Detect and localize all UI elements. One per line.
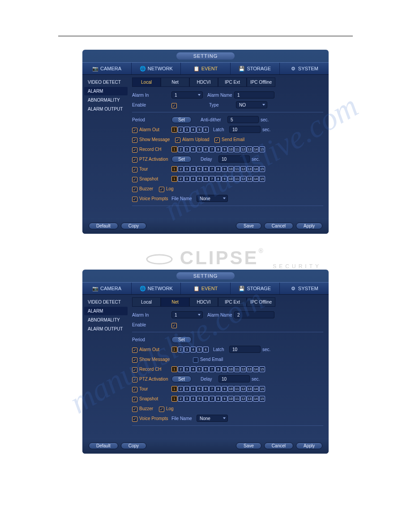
period-set-button-2[interactable]: Set bbox=[171, 336, 192, 343]
topnav-system-2[interactable]: ⚙SYSTEM bbox=[280, 283, 329, 294]
window-title: SETTING bbox=[176, 52, 235, 60]
subtab-net[interactable]: Net bbox=[161, 77, 189, 87]
buzzer-checkbox[interactable] bbox=[132, 187, 137, 192]
type-select[interactable]: NO bbox=[236, 101, 267, 108]
alarm-out-channels[interactable]: 123456 bbox=[171, 127, 209, 133]
send-email-checkbox[interactable] bbox=[214, 137, 220, 143]
default-button-2[interactable]: Default bbox=[89, 442, 118, 449]
delay-input[interactable]: 10 bbox=[218, 155, 250, 163]
tour-checkbox-2[interactable] bbox=[132, 387, 137, 392]
sidebar-abnormality-2[interactable]: ABNORMALITY bbox=[84, 316, 128, 324]
record-channels-2[interactable]: 123456789101112131415 bbox=[171, 366, 265, 372]
anti-dither-input[interactable]: 5 bbox=[227, 116, 259, 123]
topnav-camera[interactable]: 📷CAMERA bbox=[82, 63, 132, 74]
save-button[interactable]: Save bbox=[236, 223, 261, 229]
snapshot-channels[interactable]: 123456789101112131415 bbox=[171, 176, 265, 182]
subtab-ipc-offline[interactable]: IPC Offline bbox=[247, 77, 275, 87]
app-window-2: SETTING 📷CAMERA 🌐NETWORK 📋EVENT 💾STORAGE… bbox=[82, 270, 329, 454]
ptz-set-button-2[interactable]: Set bbox=[171, 376, 192, 382]
top-nav: 📷CAMERA 🌐NETWORK 📋EVENT 💾STORAGE ⚙SYSTEM bbox=[82, 62, 329, 75]
sidebar-video-detect-2[interactable]: VIDEO DETECT bbox=[84, 298, 128, 306]
topnav-storage[interactable]: 💾STORAGE bbox=[231, 63, 280, 74]
apply-button[interactable]: Apply bbox=[296, 223, 322, 229]
sidebar-video-detect[interactable]: VIDEO DETECT bbox=[84, 78, 128, 86]
footer-buttons: Default Copy Save Cancel Apply bbox=[82, 218, 329, 234]
alarm-name-input[interactable]: 1 bbox=[234, 91, 274, 99]
enable-checkbox[interactable] bbox=[171, 103, 177, 108]
topnav-event-2[interactable]: 📋EVENT bbox=[181, 283, 230, 294]
record-ch-checkbox[interactable] bbox=[132, 147, 137, 153]
sec-label-5: sec. bbox=[252, 377, 260, 382]
buzzer-label-2: Buzzer bbox=[139, 406, 159, 411]
period-label: Period bbox=[132, 117, 171, 122]
save-button-2[interactable]: Save bbox=[236, 442, 261, 449]
subtab-ipc-offline-2[interactable]: IPC Offline bbox=[247, 297, 275, 307]
alarm-upload-label: Alarm Upload bbox=[182, 137, 214, 142]
ptz-set-button[interactable]: Set bbox=[171, 156, 192, 163]
enable-checkbox-2[interactable] bbox=[171, 323, 177, 328]
alarm-name-input-2[interactable]: 2 bbox=[234, 311, 274, 318]
period-set-button[interactable]: Set bbox=[171, 116, 192, 123]
alarm-in-select[interactable]: 1 bbox=[171, 91, 203, 99]
subtab-local[interactable]: Local bbox=[132, 77, 161, 87]
show-message-label: Show Message bbox=[139, 137, 175, 142]
sidebar-alarm-2[interactable]: ALARM bbox=[84, 307, 128, 315]
tour-checkbox[interactable] bbox=[132, 167, 137, 172]
alarm-out-checkbox[interactable] bbox=[132, 128, 137, 133]
delay-label: Delay bbox=[201, 157, 218, 162]
alarm-in-select-2[interactable]: 1 bbox=[171, 311, 203, 318]
copy-button[interactable]: Copy bbox=[121, 223, 146, 229]
snapshot-checkbox[interactable] bbox=[132, 177, 137, 182]
send-email-checkbox-2[interactable] bbox=[193, 357, 198, 363]
topnav-event[interactable]: 📋EVENT bbox=[181, 63, 230, 74]
cancel-button-2[interactable]: Cancel bbox=[264, 442, 293, 449]
tour-channels-2[interactable]: 123456789101112131415 bbox=[171, 386, 265, 392]
cancel-button[interactable]: Cancel bbox=[264, 223, 293, 229]
alarm-out-channels-2[interactable]: 123456 bbox=[171, 347, 209, 352]
ptz-activation-checkbox[interactable] bbox=[132, 157, 137, 163]
subtab-net-2[interactable]: Net bbox=[161, 297, 189, 307]
ptz-activation-checkbox-2[interactable] bbox=[132, 377, 137, 382]
log-checkbox[interactable] bbox=[159, 187, 164, 192]
subtab-hdcvi[interactable]: HDCVI bbox=[189, 77, 218, 87]
sidebar-alarm[interactable]: ALARM bbox=[84, 87, 128, 95]
record-channels[interactable]: 123456789101112131415 bbox=[171, 146, 265, 152]
sidebar-abnormality[interactable]: ABNORMALITY bbox=[84, 96, 128, 104]
voice-prompts-checkbox-2[interactable] bbox=[132, 416, 137, 422]
subtabs: Local Net HDCVI IPC Ext IPC Offline bbox=[132, 77, 323, 87]
snapshot-channels-2[interactable]: 123456789101112131415 bbox=[171, 396, 265, 402]
topnav-network-2[interactable]: 🌐NETWORK bbox=[132, 283, 181, 294]
show-message-checkbox-2[interactable] bbox=[132, 357, 137, 363]
voice-prompts-label-2: Voice Prompts bbox=[139, 416, 171, 421]
delay-input-2[interactable]: 10 bbox=[218, 375, 250, 382]
copy-button-2[interactable]: Copy bbox=[121, 442, 146, 449]
log-checkbox-2[interactable] bbox=[159, 407, 164, 412]
network-icon: 🌐 bbox=[140, 286, 146, 291]
snapshot-checkbox-2[interactable] bbox=[132, 397, 137, 402]
subtab-ipc-ext-2[interactable]: IPC Ext bbox=[218, 297, 247, 307]
latch-input-2[interactable]: 10 bbox=[229, 346, 261, 353]
subtab-hdcvi-2[interactable]: HDCVI bbox=[189, 297, 218, 307]
alarm-out-checkbox-2[interactable] bbox=[132, 348, 137, 353]
topnav-storage-2[interactable]: 💾STORAGE bbox=[231, 283, 280, 294]
topnav-system[interactable]: ⚙SYSTEM bbox=[280, 63, 329, 74]
file-name-select[interactable]: None bbox=[197, 195, 228, 202]
subtab-local-2[interactable]: Local bbox=[132, 297, 161, 307]
subtabs-2: Local Net HDCVI IPC Ext IPC Offline bbox=[132, 297, 323, 307]
latch-input[interactable]: 10 bbox=[229, 126, 261, 133]
sidebar-alarm-output[interactable]: ALARM OUTPUT bbox=[84, 105, 128, 113]
sidebar-alarm-output-2[interactable]: ALARM OUTPUT bbox=[84, 325, 128, 333]
default-button[interactable]: Default bbox=[89, 223, 118, 229]
apply-button-2[interactable]: Apply bbox=[296, 442, 322, 449]
voice-prompts-checkbox[interactable] bbox=[132, 197, 137, 202]
tour-channels[interactable]: 123456789101112131415 bbox=[171, 166, 265, 172]
file-name-select-2[interactable]: None bbox=[197, 415, 228, 422]
show-message-checkbox[interactable] bbox=[132, 137, 137, 143]
subtab-ipc-ext[interactable]: IPC Ext bbox=[218, 77, 247, 87]
topnav-camera-2[interactable]: 📷CAMERA bbox=[82, 283, 132, 294]
record-ch-checkbox-2[interactable] bbox=[132, 367, 137, 373]
buzzer-checkbox-2[interactable] bbox=[132, 407, 137, 412]
alarm-upload-checkbox[interactable] bbox=[175, 137, 180, 143]
buzzer-label: Buzzer bbox=[139, 186, 159, 191]
topnav-network[interactable]: 🌐NETWORK bbox=[132, 63, 181, 74]
